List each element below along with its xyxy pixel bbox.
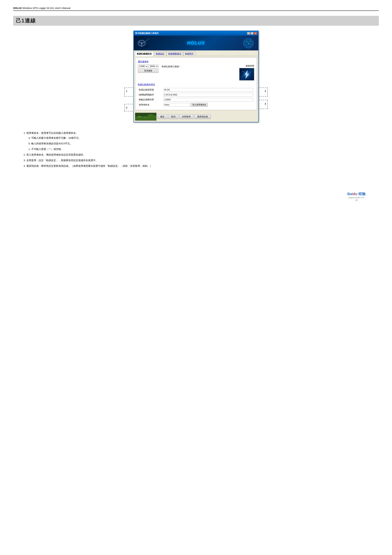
svg-text:✦: ✦: [248, 42, 249, 45]
instruction-subitem-1b: 輸入的使用者名稱必須是ASCII字元。: [31, 141, 379, 146]
comm-section-label: 通訊連接埠: [138, 60, 254, 63]
lightning-icon: [242, 69, 252, 79]
field-label-firmware: [韌體][硬體]版本: [138, 92, 163, 97]
dialog-title: 長天軌跡記錄器工具程式: [135, 32, 159, 35]
annotation-label-4: 4: [265, 102, 266, 105]
baud-rate-select[interactable]: 38400 9600: [149, 65, 159, 68]
username-row: 寫入使用者姓名: [164, 103, 253, 107]
table-row: 使用者姓名 寫入使用者姓名: [138, 102, 254, 107]
firmware-input[interactable]: [164, 93, 253, 96]
tab-bar: 軌跡記錄器設定 軌跡設定 軌跡檔案格式 軌跡照片: [134, 51, 258, 56]
dialog-main-content: 通訊連接埠 COM8 COM1 COM2 38400 9600: [135, 57, 257, 110]
dialog-wrapper: 1 2 3 4 長天軌跡記錄器工具程式 – □ ✕: [133, 31, 259, 122]
write-username-button[interactable]: 寫入使用者姓名: [191, 103, 208, 107]
annotation-bracket-1: [124, 88, 133, 96]
brand-name: HOLUX: [13, 7, 22, 9]
username-input[interactable]: [164, 103, 190, 107]
connection-status-label: 連接狀態: [239, 65, 254, 67]
instruction-text-1: 使用者姓名：使用者可以在此輸入使用者姓名。: [26, 131, 78, 134]
instruction-sublist-1: 可輸入的最大使用者名稱字元數：16個字元。 輸入的使用者名稱必須是ASCII字元…: [26, 135, 379, 152]
dialog-bottom-bar: GPS Logger 確定 取消 全部套用 還原預設值: [134, 111, 258, 122]
cancel-button[interactable]: 取消: [168, 114, 178, 119]
annotation-bracket-4: [259, 100, 268, 109]
comm-select-row: COM8 COM1 COM2 38400 9600: [138, 65, 159, 68]
disconnect-button[interactable]: 取消連接: [138, 69, 159, 73]
bottom-deco-svg: GPS Logger: [135, 113, 156, 121]
table-row: [韌體][硬體]版本: [138, 92, 254, 97]
bottom-decorative-image: GPS Logger: [135, 113, 156, 121]
instruction-item-2: 寫入使用者姓名：傳送使用者姓名設定至裝置並儲存。: [26, 152, 379, 157]
instruction-text-4: 還原預設值：將所有設定更新為預設值。（如果使用者想要在裝置中儲存「軌跡設定」，請…: [26, 164, 152, 167]
connection-status-image: [239, 68, 254, 80]
restore-defaults-button[interactable]: 還原預設值: [194, 114, 211, 119]
baidu-logo: Baidu 经验: [347, 191, 366, 197]
tab-track-settings[interactable]: 軌跡設定: [154, 51, 166, 56]
globe-icon: ✦: [242, 37, 255, 49]
info-section-label: 軌跡記錄器的資訊: [138, 83, 254, 86]
field-cell-firmware: [163, 92, 254, 97]
instruction-subitem-1c: 不可輸入星號（＊）或空格。: [31, 147, 379, 152]
instructions-section: 使用者姓名：使用者可以在此輸入使用者姓名。 可輸入的最大使用者名稱字元數：16個…: [13, 131, 379, 168]
com-port-select[interactable]: COM8 COM1 COM2: [138, 65, 148, 68]
instruction-text-2: 寫入使用者姓名：傳送使用者姓名設定至裝置並儲存。: [26, 153, 86, 156]
info-table: 軌跡記錄器型號 [韌體][硬體]版本 剩餘記憶體空間: [138, 87, 254, 107]
satellite-icon: [137, 37, 150, 49]
instruction-text-3: 全部套用：設定「軌跡設定」，然後將這些設定值儲存在裝置中。: [26, 159, 98, 162]
instruction-subitem-1a: 可輸入的最大使用者名稱字元數：16個字元。: [31, 135, 379, 140]
svg-point-6: [141, 43, 142, 44]
tab-file-format[interactable]: 軌跡檔案格式: [167, 51, 183, 56]
comm-right-panel: 軌跡記錄器已連接！: [162, 65, 236, 68]
page-number: 21: [347, 199, 366, 201]
instruction-item-1: 使用者姓名：使用者可以在此輸入使用者姓名。 可輸入的最大使用者名稱字元數：16個…: [26, 131, 379, 152]
instruction-item-3: 全部套用：設定「軌跡設定」，然後將這些設定值儲存在裝置中。: [26, 158, 379, 163]
field-label-model: 軌跡記錄器型號: [138, 87, 163, 92]
titlebar-buttons: – □ ✕: [247, 32, 257, 35]
comm-left-panel: COM8 COM1 COM2 38400 9600 取消連接: [138, 65, 159, 73]
field-label-memory: 剩餘記憶體空間: [138, 97, 163, 102]
memory-input[interactable]: [164, 98, 253, 102]
dialog-titlebar: 長天軌跡記錄器工具程式 – □ ✕: [134, 31, 258, 36]
model-input[interactable]: [164, 88, 253, 92]
field-cell-memory: [163, 97, 254, 102]
maximize-button[interactable]: □: [251, 32, 254, 35]
field-cell-username: 寫入使用者姓名: [163, 102, 254, 107]
annotation-label-1: 1: [126, 90, 127, 92]
connection-message: 軌跡記錄器已連接！: [162, 65, 236, 68]
connection-status-panel: 連接狀態: [239, 65, 254, 80]
field-cell-model: [163, 87, 254, 92]
tab-logger-settings[interactable]: 軌跡記錄器設定: [135, 51, 154, 56]
close-button[interactable]: ✕: [254, 32, 257, 35]
instructions-list: 使用者姓名：使用者可以在此輸入使用者姓名。 可輸入的最大使用者名稱字元數：16個…: [23, 131, 379, 168]
banner-holux-brand: HOLUX: [187, 40, 205, 46]
svg-text:GPS Logger: GPS Logger: [138, 116, 147, 118]
instruction-item-4: 還原預設值：將所有設定更新為預設值。（如果使用者想要在裝置中儲存「軌跡設定」，請…: [26, 163, 379, 168]
dialog-window: 長天軌跡記錄器工具程式 – □ ✕ H: [133, 31, 259, 122]
apply-all-button[interactable]: 全部套用: [179, 114, 193, 119]
header-subtitle: Wireless GPS Logger M-241 User's Manual: [22, 7, 71, 9]
comm-area: COM8 COM1 COM2 38400 9600 取消連接 軌跡記錄器已連接！: [138, 65, 254, 80]
table-row: 剩餘記憶體空間: [138, 97, 254, 102]
annotation-bracket-2: [124, 104, 133, 111]
section-title: 己1連線: [13, 16, 379, 26]
table-row: 軌跡記錄器型號: [138, 87, 254, 92]
svg-point-12: [249, 41, 251, 42]
annotation-label-2: 2: [126, 106, 127, 109]
baidu-watermark: Baidu 经验 jingyan.baidu.com 21: [347, 191, 366, 201]
minimize-button[interactable]: –: [247, 32, 250, 35]
tab-photos[interactable]: 軌跡照片: [183, 51, 196, 56]
page-header: HOLUX Wireless GPS Logger M-241 User's M…: [13, 7, 379, 11]
ok-button[interactable]: 確定: [158, 114, 167, 119]
field-label-username: 使用者姓名: [138, 102, 163, 107]
annotation-label-3: 3: [265, 90, 266, 92]
baidu-url: jingyan.baidu.com: [347, 197, 366, 199]
annotation-bracket-3: [259, 88, 268, 96]
dialog-banner: HOLUX ✦: [134, 36, 258, 51]
